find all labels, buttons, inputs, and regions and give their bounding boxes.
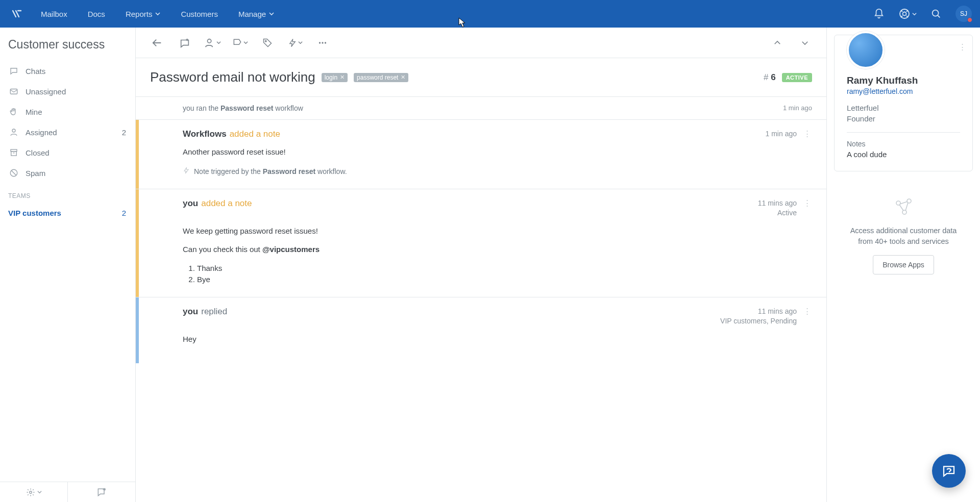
tag-login[interactable]: login✕ (322, 73, 348, 82)
status-badge: ACTIVE (782, 73, 812, 82)
folder-list: Chats Unassigned Mine Assigned 2 Closed (0, 61, 135, 183)
note-body: We keep getting password reset issues! C… (183, 225, 812, 286)
avatar-initials: SJ (960, 10, 967, 17)
teams-label: TEAMS (8, 192, 135, 199)
note-event: you added a note 11 mins ago Active ⋮ We… (136, 189, 826, 297)
event-list: you ran the Password reset workflow 1 mi… (136, 97, 826, 502)
status-button[interactable] (229, 33, 251, 53)
svg-rect-6 (11, 152, 17, 156)
team-count: 2 (122, 209, 126, 217)
team-vip-customers[interactable]: VIP customers 2 (0, 203, 135, 223)
trigger-note: Note triggered by the Password reset wor… (183, 166, 812, 178)
svg-point-4 (12, 129, 15, 132)
conversation-number: # 6 (764, 72, 776, 83)
tag-button[interactable] (256, 33, 279, 53)
chat-icon (8, 65, 19, 77)
prev-conversation-button[interactable] (766, 33, 789, 53)
svg-point-11 (319, 42, 321, 43)
customer-card: ⋮ Ramy Khuffash ramy@letterfuel.com Lett… (834, 35, 973, 171)
conversation-subject: Password email not working (150, 69, 315, 85)
svg-point-9 (207, 39, 211, 42)
nav-docs[interactable]: Docs (78, 0, 115, 28)
svg-point-13 (325, 42, 326, 43)
archive-icon (8, 147, 19, 158)
svg-rect-3 (10, 89, 17, 94)
event-time: 11 mins ago (720, 307, 797, 317)
notes-label: Notes (847, 140, 960, 148)
mention[interactable]: @vipcustomers (262, 245, 320, 254)
svg-point-15 (907, 199, 911, 203)
user-icon (8, 127, 19, 138)
envelope-icon (8, 86, 19, 97)
nav-manage[interactable]: Manage (228, 0, 284, 28)
hand-icon (8, 106, 19, 117)
customer-title: Founder (847, 113, 960, 124)
event-author: you (183, 198, 198, 209)
search-icon[interactable] (927, 5, 945, 23)
browse-apps-button[interactable]: Browse Apps (873, 255, 934, 274)
next-conversation-button[interactable] (794, 33, 816, 53)
customer-company: Letterfuel (847, 103, 960, 113)
customer-menu-button[interactable]: ⋮ (959, 42, 966, 52)
workflow-button[interactable] (284, 33, 306, 53)
apps-promo: Access additional customer data from 40+… (827, 196, 980, 274)
event-menu-button[interactable]: ⋮ (802, 307, 812, 316)
event-time: 1 min ago (783, 104, 812, 112)
nav-customers[interactable]: Customers (170, 0, 228, 28)
status-dot (967, 17, 972, 22)
folder-unassigned[interactable]: Unassigned (0, 81, 135, 102)
svg-point-12 (322, 42, 323, 43)
beacon-button[interactable] (932, 454, 966, 488)
customer-email[interactable]: ramy@letterfuel.com (847, 87, 960, 95)
event-menu-button[interactable]: ⋮ (802, 129, 812, 138)
nav-reports[interactable]: Reports (115, 0, 171, 28)
event-status: Active (758, 208, 797, 218)
note-body: Another password reset issue! (183, 146, 812, 158)
tag-password-reset[interactable]: password reset✕ (354, 73, 408, 82)
notifications-icon[interactable] (870, 5, 888, 23)
folder-spam[interactable]: Spam (0, 163, 135, 183)
customer-avatar[interactable] (847, 31, 885, 69)
svg-point-8 (29, 491, 32, 493)
svg-point-10 (265, 40, 266, 42)
remove-tag-icon[interactable]: ✕ (340, 74, 345, 81)
help-icon[interactable] (898, 5, 917, 23)
customer-name: Ramy Khuffash (847, 75, 960, 86)
spam-icon (8, 167, 19, 179)
sidebar: Customer success Chats Unassigned Mine A… (0, 28, 136, 502)
remove-tag-icon[interactable]: ✕ (401, 74, 405, 81)
back-button[interactable] (146, 33, 168, 53)
reply-button[interactable] (174, 33, 196, 53)
nav-links: Mailbox Docs Reports Customers Manage (31, 0, 284, 28)
top-nav: Mailbox Docs Reports Customers Manage SJ (0, 0, 980, 28)
right-panel: ⋮ Ramy Khuffash ramy@letterfuel.com Lett… (827, 28, 980, 502)
more-button[interactable] (311, 33, 334, 53)
mailbox-title: Customer success (8, 38, 135, 52)
event-verb: added a note (230, 129, 280, 139)
event-verb: replied (201, 307, 227, 317)
user-avatar[interactable]: SJ (955, 6, 972, 22)
integrations-icon (892, 196, 915, 218)
assign-button[interactable] (201, 33, 224, 53)
app-logo[interactable] (8, 5, 26, 22)
new-conversation-button[interactable] (67, 482, 135, 502)
customer-notes: A cool dude (847, 150, 960, 159)
folder-assigned[interactable]: Assigned 2 (0, 122, 135, 142)
folder-chats[interactable]: Chats (0, 61, 135, 81)
event-author: you (183, 307, 198, 317)
nav-mailbox[interactable]: Mailbox (31, 0, 78, 28)
svg-point-1 (903, 12, 906, 16)
note-event: Workflows added a note 1 min ago ⋮ Anoth… (136, 120, 826, 189)
sidebar-footer (0, 482, 135, 502)
conversation-toolbar (136, 28, 826, 58)
bolt-icon (183, 166, 190, 178)
system-event: you ran the Password reset workflow 1 mi… (136, 97, 826, 120)
reply-event: you replied 11 mins ago VIP customers, P… (136, 297, 826, 364)
event-menu-button[interactable]: ⋮ (802, 198, 812, 208)
event-author: Workflows (183, 129, 227, 139)
event-status: VIP customers, Pending (720, 316, 797, 327)
folder-closed[interactable]: Closed (0, 142, 135, 163)
settings-button[interactable] (0, 482, 67, 502)
folder-mine[interactable]: Mine (0, 102, 135, 122)
reply-body: Hey (183, 334, 812, 345)
